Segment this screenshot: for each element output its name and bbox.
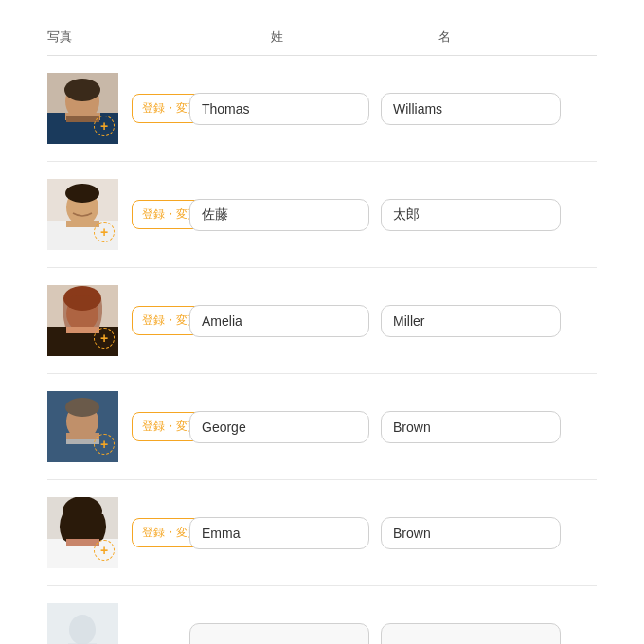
table-row — [47, 586, 597, 644]
photo-area: 登録・変更 — [47, 391, 180, 462]
fields-area — [189, 623, 597, 645]
table-header: 写真 姓 名 — [47, 28, 597, 56]
photo-wrapper — [47, 179, 118, 250]
last-name-input[interactable] — [189, 93, 369, 125]
face-detection-dot — [94, 434, 115, 455]
last-name-input[interactable] — [189, 411, 369, 443]
last-name-input[interactable] — [189, 623, 369, 645]
face-detection-dot — [94, 540, 115, 561]
table-row: 登録・変更 — [47, 268, 597, 374]
face-detection-dot — [94, 222, 115, 242]
fields-area — [189, 199, 597, 231]
first-name-input[interactable] — [381, 199, 561, 231]
fields-area — [189, 305, 597, 337]
first-name-input[interactable] — [381, 623, 561, 645]
svg-point-9 — [65, 184, 99, 203]
face-detection-dot — [94, 328, 115, 349]
photo-wrapper — [47, 73, 118, 144]
first-name-input[interactable] — [381, 93, 561, 125]
photo-area — [47, 603, 180, 644]
photo-area: 登録・変更 — [47, 497, 180, 568]
photo-wrapper — [47, 497, 118, 568]
photo-wrapper — [47, 391, 118, 462]
last-name-input[interactable] — [189, 305, 369, 337]
photo-area: 登録・変更 — [47, 179, 180, 250]
last-name-input[interactable] — [189, 199, 369, 231]
photo-wrapper — [47, 603, 118, 644]
fields-area — [189, 517, 597, 549]
photo-wrapper — [47, 285, 118, 356]
header-last-name: 姓 — [271, 28, 429, 45]
photo-area: 登録・変更 — [47, 73, 180, 144]
last-name-input[interactable] — [189, 517, 369, 549]
header-photo: 写真 — [47, 28, 158, 45]
table-row: 登録・変更 — [47, 56, 597, 162]
first-name-input[interactable] — [381, 411, 561, 443]
table-row: 登録・変更 — [47, 162, 597, 268]
svg-point-3 — [64, 79, 100, 101]
first-name-input[interactable] — [381, 517, 561, 549]
face-detection-dot — [94, 116, 115, 136]
header-first-name: 名 — [438, 28, 597, 45]
first-name-input[interactable] — [381, 305, 561, 337]
table-row: 登録・変更 — [47, 480, 597, 586]
svg-point-28 — [69, 615, 96, 644]
table-row: 登録・変更 — [47, 374, 597, 480]
fields-area — [189, 411, 597, 443]
main-container: 写真 姓 名 登録・変更 — [0, 0, 644, 644]
persons-list: 登録・変更 登録・変更 — [47, 56, 597, 644]
fields-area — [189, 93, 597, 125]
photo-area: 登録・変更 — [47, 285, 180, 356]
svg-point-19 — [65, 398, 99, 417]
